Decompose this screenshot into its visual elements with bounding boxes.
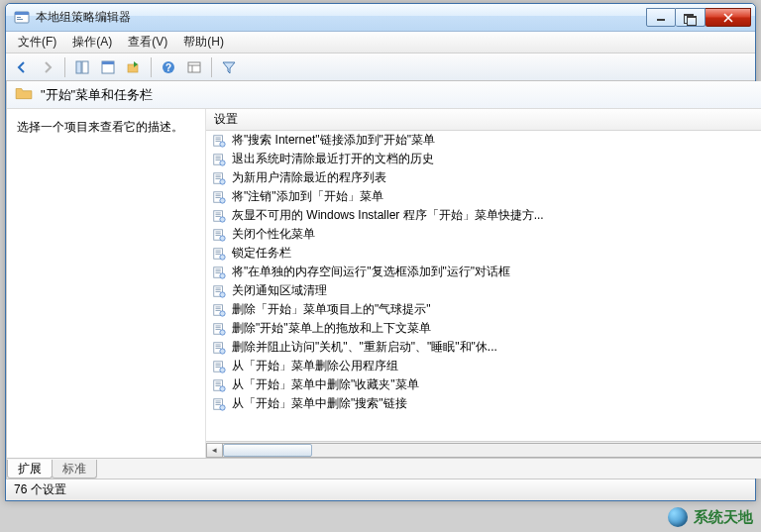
svg-rect-59 [216,270,221,271]
svg-rect-55 [216,254,221,255]
svg-rect-48 [216,231,221,232]
tab-extended[interactable]: 扩展 [7,460,53,479]
svg-rect-8 [128,64,138,72]
app-icon [14,10,30,26]
settings-list-item[interactable]: 退出系统时清除最近打开的文档的历史 [206,150,761,168]
svg-rect-63 [216,287,221,288]
svg-rect-11 [188,62,200,72]
settings-list-item[interactable]: 灰显不可用的 Windows Installer 程序「开始」菜单快捷方... [206,206,761,225]
menu-view[interactable]: 查看(V) [120,32,175,53]
svg-rect-3 [17,19,23,20]
settings-item-label: 为新用户清除最近的程序列表 [232,169,386,186]
scroll-left-arrow[interactable]: ◂ [206,443,223,458]
svg-rect-89 [216,383,221,384]
settings-list-item[interactable]: 删除并阻止访问"关机"、"重新启动"、"睡眠"和"休... [206,338,761,357]
settings-item-label: 退出系统时清除最近打开的文档的历史 [232,151,434,167]
watermark-text: 系统天地 [694,508,753,527]
policy-item-icon [212,228,226,242]
column-header-settings[interactable]: 设置 [206,109,761,131]
tab-standard[interactable]: 标准 [52,460,97,479]
svg-point-86 [220,367,225,372]
toolbar-separator [64,57,65,77]
svg-rect-39 [216,195,221,196]
menu-action[interactable]: 操作(A) [64,32,120,53]
settings-item-label: 删除并阻止访问"关机"、"重新启动"、"睡眠"和"休... [232,339,497,356]
svg-rect-45 [216,216,221,217]
svg-point-71 [220,310,225,315]
settings-list-item[interactable]: 关闭个性化菜单 [206,225,761,244]
settings-list-item[interactable]: 关闭通知区域清理 [206,281,761,300]
policy-item-icon [212,397,226,411]
settings-list-item[interactable]: 将"在单独的内存空间运行"复选框添加到"运行"对话框 [206,263,761,281]
settings-item-label: 删除「开始」菜单项目上的"气球提示" [232,301,431,318]
svg-rect-50 [216,235,221,236]
export-button[interactable] [122,56,146,78]
scroll-track[interactable] [223,443,761,458]
settings-item-label: 从「开始」菜单中删除"收藏夹"菜单 [232,376,419,393]
svg-point-56 [220,254,225,259]
show-tree-button[interactable] [70,56,94,78]
restore-button[interactable] [676,8,706,27]
policy-item-icon [212,209,226,223]
settings-item-label: 从「开始」菜单删除公用程序组 [232,358,398,374]
policy-item-icon [212,378,226,392]
body-area: 本地计算机 策略 ◢ 计算机配置 ▷软件设置 ▷Windows 设置 ▷管理模板… [6,81,755,479]
svg-rect-84 [216,365,221,366]
status-text: 76 个设置 [14,481,66,498]
settings-list-item[interactable]: 从「开始」菜单中删除"收藏夹"菜单 [206,375,761,394]
svg-rect-93 [216,400,221,401]
settings-list: 将"搜索 Internet"链接添加到"开始"菜单退出系统时清除最近打开的文档的… [206,131,761,413]
settings-list-item[interactable]: 从「开始」菜单中删除"搜索"链接 [206,394,761,413]
settings-list-item[interactable]: 将"注销"添加到「开始」菜单 [206,187,761,206]
options-button[interactable] [182,56,206,78]
minimize-button[interactable] [646,8,676,27]
svg-rect-2 [17,17,21,18]
settings-item-label: 从「开始」菜单中删除"搜索"链接 [232,395,407,412]
list-horizontal-scrollbar[interactable]: ◂ ▸ [206,441,761,458]
settings-list-item[interactable]: 将"搜索 Internet"链接添加到"开始"菜单 [206,131,761,150]
toolbar-separator [211,57,212,77]
filter-button[interactable] [217,56,241,78]
settings-list-item[interactable]: 从「开始」菜单删除公用程序组 [206,357,761,375]
svg-point-41 [220,197,225,202]
svg-rect-49 [216,233,221,234]
settings-item-label: 锁定任务栏 [232,245,291,262]
svg-rect-23 [216,137,221,138]
svg-rect-40 [216,197,221,198]
svg-rect-29 [216,158,221,159]
settings-list-item[interactable]: 为新用户清除最近的程序列表 [206,168,761,187]
svg-rect-25 [216,141,221,142]
scroll-thumb[interactable] [223,444,312,457]
close-button[interactable] [706,8,751,27]
settings-list-item[interactable]: 锁定任务栏 [206,244,761,263]
menu-help[interactable]: 帮助(H) [175,32,232,53]
back-button[interactable] [10,56,34,78]
svg-rect-74 [216,327,221,328]
svg-point-66 [220,291,225,296]
svg-rect-95 [216,404,221,405]
settings-item-label: 关闭个性化菜单 [232,226,315,243]
help-button[interactable]: ? [157,56,180,78]
properties-button[interactable] [96,56,120,78]
policy-item-icon [212,153,226,166]
content-title: "开始"菜单和任务栏 [41,86,153,104]
description-text: 选择一个项目来查看它的描述。 [17,120,183,134]
svg-rect-53 [216,250,221,251]
settings-item-label: 将"搜索 Internet"链接添加到"开始"菜单 [232,132,435,149]
settings-list-item[interactable]: 删除"开始"菜单上的拖放和上下文菜单 [206,319,761,338]
policy-item-icon [212,341,226,355]
statusbar: 76 个设置 [6,479,755,500]
description-column: 选择一个项目来查看它的描述。 [7,109,205,458]
forward-button[interactable] [36,56,59,78]
settings-list-item[interactable]: 删除「开始」菜单项目上的"气球提示" [206,300,761,319]
menu-file[interactable]: 文件(F) [10,32,64,53]
svg-rect-28 [216,156,221,157]
settings-list-scroll[interactable]: 将"搜索 Internet"链接添加到"开始"菜单退出系统时清除最近打开的文档的… [206,131,761,441]
tabs-row: 扩展 标准 [7,458,761,479]
policy-item-icon [212,134,226,148]
svg-rect-38 [216,193,221,194]
svg-point-96 [220,404,225,409]
svg-rect-73 [216,325,221,326]
policy-item-icon [212,171,226,185]
svg-rect-94 [216,402,221,403]
